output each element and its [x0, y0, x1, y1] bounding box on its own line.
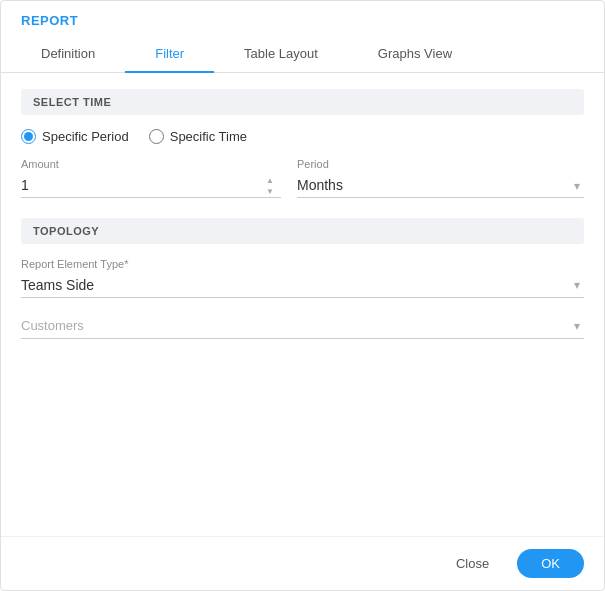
period-select[interactable]: Days Weeks Months Years — [297, 173, 584, 198]
report-element-type-label: Report Element Type* — [21, 258, 584, 270]
period-field-group: Period Days Weeks Months Years ▾ — [297, 158, 584, 198]
tab-definition[interactable]: Definition — [11, 36, 125, 73]
topology-header: TOPOLOGY — [21, 218, 584, 244]
tab-graphs-view[interactable]: Graphs View — [348, 36, 482, 73]
content-area: SELECT TIME Specific Period Specific Tim… — [1, 73, 604, 536]
specific-period-text: Specific Period — [42, 129, 129, 144]
amount-input-wrapper: ▲ ▼ — [21, 173, 281, 198]
select-time-header: SELECT TIME — [21, 89, 584, 115]
topology-section: TOPOLOGY Report Element Type* Teams Side… — [21, 218, 584, 339]
tabs-bar: Definition Filter Table Layout Graphs Vi… — [1, 36, 604, 73]
specific-time-radio[interactable] — [149, 129, 164, 144]
tab-filter[interactable]: Filter — [125, 36, 214, 73]
tab-table-layout[interactable]: Table Layout — [214, 36, 348, 73]
amount-label: Amount — [21, 158, 281, 170]
amount-input[interactable] — [21, 173, 281, 198]
period-select-wrapper: Days Weeks Months Years ▾ — [297, 173, 584, 198]
specific-time-label[interactable]: Specific Time — [149, 129, 247, 144]
amount-field-group: Amount ▲ ▼ — [21, 158, 281, 198]
customers-placeholder: Customers — [21, 318, 84, 333]
customers-dropdown-field: Customers ▾ — [21, 314, 584, 339]
page-title: REPORT — [21, 13, 584, 28]
specific-period-label[interactable]: Specific Period — [21, 129, 129, 144]
dialog-header: REPORT — [1, 1, 604, 36]
period-label: Period — [297, 158, 584, 170]
select-time-section: SELECT TIME Specific Period Specific Tim… — [21, 89, 584, 198]
specific-period-radio[interactable] — [21, 129, 36, 144]
dialog-footer: Close OK — [1, 536, 604, 590]
amount-period-row: Amount ▲ ▼ Period Days Weeks — [21, 158, 584, 198]
time-type-radio-group: Specific Period Specific Time — [21, 129, 584, 144]
customers-field: Customers ▾ — [21, 314, 584, 339]
report-element-type-select[interactable]: Teams Side Customer Side All — [21, 273, 584, 298]
report-element-type-field: Report Element Type* Teams Side Customer… — [21, 258, 584, 298]
ok-button[interactable]: OK — [517, 549, 584, 578]
specific-time-text: Specific Time — [170, 129, 247, 144]
customers-select[interactable] — [21, 314, 584, 339]
report-dialog: REPORT Definition Filter Table Layout Gr… — [0, 0, 605, 591]
spinner-up-button[interactable]: ▲ — [263, 175, 277, 185]
spinner-down-button[interactable]: ▼ — [263, 186, 277, 196]
amount-spinner: ▲ ▼ — [263, 175, 277, 196]
close-button[interactable]: Close — [440, 549, 505, 578]
